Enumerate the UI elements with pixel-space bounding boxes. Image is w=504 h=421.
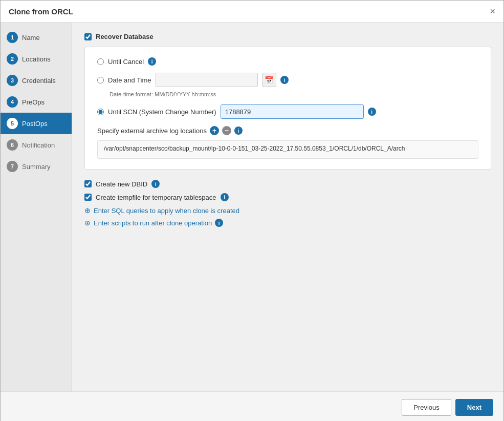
previous-button[interactable]: Previous (402, 399, 451, 416)
date-time-row: Date and Time 📅 i (97, 73, 478, 87)
sidebar-label-locations: Locations (22, 55, 51, 63)
scripts-info-icon[interactable]: i (215, 219, 223, 227)
close-button[interactable]: × (490, 7, 495, 16)
calendar-button[interactable]: 📅 (262, 73, 276, 87)
until-scn-radio[interactable] (97, 109, 104, 115)
recover-db-checkbox[interactable] (84, 33, 92, 40)
archive-log-row: Specify external archive log locations +… (97, 126, 478, 135)
scripts-link[interactable]: Enter scripts to run after clone operati… (94, 219, 212, 227)
sql-queries-expand-icon: ⊕ (84, 206, 91, 215)
until-cancel-info-icon[interactable]: i (148, 57, 156, 66)
sidebar: 1Name2Locations3Credentials4PreOps5PostO… (1, 23, 72, 391)
archive-log-info-icon[interactable]: i (234, 127, 243, 135)
date-format-hint: Date-time format: MM/DD/YYYY hh:mm:ss (109, 91, 478, 97)
archive-add-button[interactable]: + (210, 126, 219, 135)
sidebar-item-postops[interactable]: 5PostOps (1, 113, 72, 134)
sql-queries-row: ⊕ Enter SQL queries to apply when clone … (84, 206, 491, 215)
sidebar-label-postops: PostOps (22, 120, 48, 128)
create-dbid-checkbox[interactable] (84, 180, 92, 187)
sidebar-item-credentials[interactable]: 3Credentials (1, 70, 72, 91)
recover-section: Until Cancel i Date and Time 📅 i Date-ti… (84, 47, 491, 170)
scn-input[interactable] (221, 104, 364, 119)
sidebar-label-summary: Summary (22, 163, 51, 171)
sidebar-label-name: Name (22, 34, 40, 41)
dialog-footer: Previous Next (1, 391, 503, 421)
sidebar-label-notification: Notification (22, 141, 55, 149)
clone-dialog: Clone from ORCL × 1Name2Locations3Creden… (0, 0, 504, 421)
sidebar-item-notification[interactable]: 6Notification (1, 134, 72, 156)
create-dbid-row: Create new DBID i (84, 180, 491, 188)
archive-log-label: Specify external archive log locations (97, 127, 207, 135)
archive-remove-button[interactable]: − (222, 126, 231, 135)
main-content: Recover Database Until Cancel i Date and… (72, 23, 503, 391)
sql-queries-link[interactable]: Enter SQL queries to apply when clone is… (94, 207, 239, 215)
dialog-header: Clone from ORCL × (1, 1, 503, 23)
until-cancel-label: Until Cancel (108, 58, 144, 66)
dialog-body: 1Name2Locations3Credentials4PreOps5PostO… (1, 23, 503, 391)
create-tempfile-row: Create tempfile for temporary tablespace… (84, 193, 491, 201)
date-time-info-icon[interactable]: i (280, 76, 289, 84)
sidebar-item-name[interactable]: 1Name (1, 27, 72, 48)
create-tempfile-label: Create tempfile for temporary tablespace (96, 194, 216, 201)
scripts-row: ⊕ Enter scripts to run after clone opera… (84, 219, 491, 227)
sidebar-item-summary[interactable]: 7Summary (1, 156, 72, 177)
until-cancel-radio[interactable] (97, 58, 104, 65)
scripts-expand-icon: ⊕ (84, 219, 91, 227)
create-tempfile-info-icon[interactable]: i (221, 193, 229, 201)
sidebar-label-preops: PreOps (22, 98, 45, 106)
scn-row: Until SCN (System Change Number) i (97, 104, 478, 119)
create-tempfile-checkbox[interactable] (84, 194, 92, 201)
archive-path: /var/opt/snapcenter/sco/backup_mount/ip-… (97, 140, 478, 159)
sidebar-item-locations[interactable]: 2Locations (1, 48, 72, 70)
create-dbid-label: Create new DBID (96, 180, 147, 188)
recover-db-label: Recover Database (96, 33, 154, 40)
until-scn-label: Until SCN (System Change Number) (108, 108, 216, 116)
date-time-radio[interactable] (97, 77, 104, 83)
recover-db-row: Recover Database (84, 33, 491, 40)
sidebar-label-credentials: Credentials (22, 77, 56, 85)
scn-info-icon[interactable]: i (368, 108, 376, 116)
create-dbid-info-icon[interactable]: i (151, 180, 160, 188)
sidebar-item-preops[interactable]: 4PreOps (1, 91, 72, 113)
dialog-title: Clone from ORCL (9, 7, 73, 16)
next-button[interactable]: Next (455, 399, 493, 416)
date-time-input[interactable] (156, 73, 258, 87)
date-time-label: Date and Time (108, 76, 151, 84)
until-cancel-row: Until Cancel i (97, 57, 478, 66)
